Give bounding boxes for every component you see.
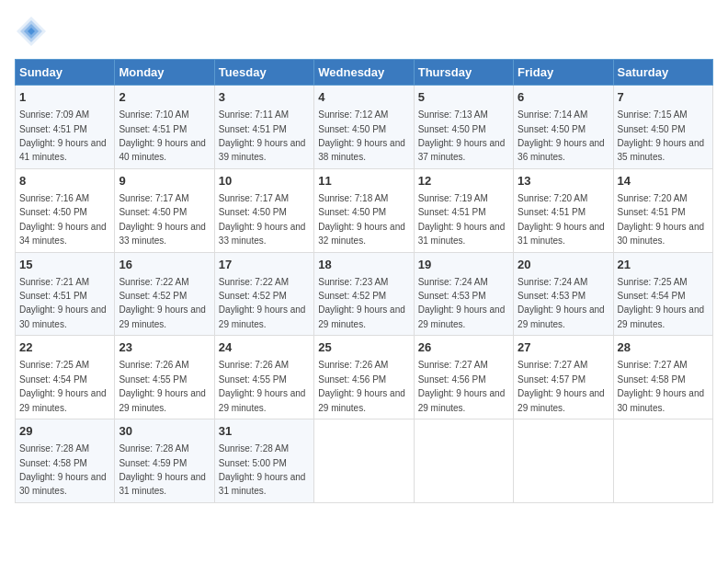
calendar-table: SundayMondayTuesdayWednesdayThursdayFrid… <box>15 59 713 503</box>
calendar-cell: 9Sunrise: 7:17 AMSunset: 4:50 PMDaylight… <box>115 168 214 252</box>
day-number: 31 <box>219 423 310 440</box>
day-number: 8 <box>19 173 110 190</box>
calendar-cell: 30Sunrise: 7:28 AMSunset: 4:59 PMDayligh… <box>115 419 214 503</box>
calendar-cell: 5Sunrise: 7:13 AMSunset: 4:50 PMDaylight… <box>414 86 513 169</box>
calendar-cell: 12Sunrise: 7:19 AMSunset: 4:51 PMDayligh… <box>414 168 513 252</box>
calendar-cell: 28Sunrise: 7:27 AMSunset: 4:58 PMDayligh… <box>613 336 712 419</box>
day-number: 20 <box>518 257 609 273</box>
calendar-cell <box>514 419 613 503</box>
day-info: Sunrise: 7:26 AMSunset: 4:55 PMDaylight:… <box>119 360 206 412</box>
header-row: SundayMondayTuesdayWednesdayThursdayFrid… <box>16 60 713 86</box>
calendar-cell: 19Sunrise: 7:24 AMSunset: 4:53 PMDayligh… <box>414 252 513 336</box>
calendar-cell: 27Sunrise: 7:27 AMSunset: 4:57 PMDayligh… <box>514 336 613 419</box>
day-number: 19 <box>418 257 509 273</box>
calendar-cell: 24Sunrise: 7:26 AMSunset: 4:55 PMDayligh… <box>214 336 313 419</box>
calendar-week-row: 1Sunrise: 7:09 AMSunset: 4:51 PMDaylight… <box>16 86 713 169</box>
day-info: Sunrise: 7:28 AMSunset: 4:58 PMDaylight:… <box>19 443 107 496</box>
day-info: Sunrise: 7:23 AMSunset: 4:52 PMDaylight:… <box>318 277 405 329</box>
day-info: Sunrise: 7:26 AMSunset: 4:55 PMDaylight:… <box>219 360 306 412</box>
day-number: 18 <box>318 257 409 273</box>
day-number: 10 <box>219 173 310 190</box>
day-info: Sunrise: 7:27 AMSunset: 4:58 PMDaylight:… <box>618 360 705 412</box>
calendar-cell: 3Sunrise: 7:11 AMSunset: 4:51 PMDaylight… <box>214 86 313 169</box>
day-info: Sunrise: 7:25 AMSunset: 4:54 PMDaylight:… <box>618 277 705 329</box>
calendar-cell: 8Sunrise: 7:16 AMSunset: 4:50 PMDaylight… <box>16 168 115 252</box>
calendar-week-row: 22Sunrise: 7:25 AMSunset: 4:54 PMDayligh… <box>16 336 713 419</box>
calendar-cell: 29Sunrise: 7:28 AMSunset: 4:58 PMDayligh… <box>16 419 115 503</box>
day-info: Sunrise: 7:22 AMSunset: 4:52 PMDaylight:… <box>119 277 206 329</box>
day-info: Sunrise: 7:27 AMSunset: 4:56 PMDaylight:… <box>418 360 506 412</box>
calendar-week-row: 8Sunrise: 7:16 AMSunset: 4:50 PMDaylight… <box>16 168 713 252</box>
day-number: 11 <box>318 173 409 190</box>
calendar-cell: 17Sunrise: 7:22 AMSunset: 4:52 PMDayligh… <box>214 252 313 336</box>
calendar-cell <box>414 419 513 503</box>
day-number: 6 <box>518 89 609 106</box>
day-info: Sunrise: 7:28 AMSunset: 5:00 PMDaylight:… <box>219 443 306 496</box>
calendar-cell: 2Sunrise: 7:10 AMSunset: 4:51 PMDaylight… <box>115 86 214 169</box>
calendar-cell: 22Sunrise: 7:25 AMSunset: 4:54 PMDayligh… <box>16 336 115 419</box>
calendar-cell: 21Sunrise: 7:25 AMSunset: 4:54 PMDayligh… <box>613 252 712 336</box>
day-info: Sunrise: 7:25 AMSunset: 4:54 PMDaylight:… <box>19 360 107 412</box>
day-number: 13 <box>518 173 609 190</box>
day-number: 22 <box>19 339 110 356</box>
day-number: 24 <box>219 339 310 356</box>
day-number: 21 <box>618 257 709 273</box>
calendar-cell: 10Sunrise: 7:17 AMSunset: 4:50 PMDayligh… <box>214 168 313 252</box>
day-number: 9 <box>119 173 210 190</box>
day-number: 17 <box>219 257 310 273</box>
page-header <box>15 15 713 48</box>
day-number: 30 <box>119 423 210 440</box>
calendar-cell: 25Sunrise: 7:26 AMSunset: 4:56 PMDayligh… <box>314 336 414 419</box>
calendar-cell: 11Sunrise: 7:18 AMSunset: 4:50 PMDayligh… <box>314 168 414 252</box>
day-info: Sunrise: 7:09 AMSunset: 4:51 PMDaylight:… <box>19 109 107 162</box>
calendar-cell: 15Sunrise: 7:21 AMSunset: 4:51 PMDayligh… <box>16 252 115 336</box>
day-info: Sunrise: 7:22 AMSunset: 4:52 PMDaylight:… <box>219 277 306 329</box>
day-number: 4 <box>318 89 409 106</box>
day-info: Sunrise: 7:24 AMSunset: 4:53 PMDaylight:… <box>418 277 506 329</box>
day-info: Sunrise: 7:20 AMSunset: 4:51 PMDaylight:… <box>618 193 705 246</box>
calendar-cell: 14Sunrise: 7:20 AMSunset: 4:51 PMDayligh… <box>613 168 712 252</box>
day-info: Sunrise: 7:28 AMSunset: 4:59 PMDaylight:… <box>119 443 206 496</box>
day-info: Sunrise: 7:24 AMSunset: 4:53 PMDaylight:… <box>518 277 605 329</box>
day-number: 29 <box>19 423 110 440</box>
day-info: Sunrise: 7:17 AMSunset: 4:50 PMDaylight:… <box>119 193 206 246</box>
day-number: 12 <box>418 173 509 190</box>
day-number: 15 <box>19 257 110 273</box>
calendar-cell: 13Sunrise: 7:20 AMSunset: 4:51 PMDayligh… <box>514 168 613 252</box>
day-info: Sunrise: 7:11 AMSunset: 4:51 PMDaylight:… <box>219 109 306 162</box>
calendar-cell: 18Sunrise: 7:23 AMSunset: 4:52 PMDayligh… <box>314 252 414 336</box>
day-info: Sunrise: 7:17 AMSunset: 4:50 PMDaylight:… <box>219 193 306 246</box>
day-number: 14 <box>618 173 709 190</box>
day-info: Sunrise: 7:15 AMSunset: 4:50 PMDaylight:… <box>618 109 705 162</box>
day-info: Sunrise: 7:18 AMSunset: 4:50 PMDaylight:… <box>318 193 405 246</box>
day-info: Sunrise: 7:27 AMSunset: 4:57 PMDaylight:… <box>518 360 605 412</box>
calendar-body: 1Sunrise: 7:09 AMSunset: 4:51 PMDaylight… <box>16 86 713 503</box>
day-info: Sunrise: 7:21 AMSunset: 4:51 PMDaylight:… <box>19 277 107 329</box>
header-day: Wednesday <box>314 60 414 86</box>
calendar-cell: 16Sunrise: 7:22 AMSunset: 4:52 PMDayligh… <box>115 252 214 336</box>
calendar-cell: 1Sunrise: 7:09 AMSunset: 4:51 PMDaylight… <box>16 86 115 169</box>
day-number: 7 <box>618 89 709 106</box>
day-info: Sunrise: 7:26 AMSunset: 4:56 PMDaylight:… <box>318 360 405 412</box>
calendar-cell: 7Sunrise: 7:15 AMSunset: 4:50 PMDaylight… <box>613 86 712 169</box>
calendar-cell <box>314 419 414 503</box>
day-info: Sunrise: 7:14 AMSunset: 4:50 PMDaylight:… <box>518 109 605 162</box>
calendar-week-row: 29Sunrise: 7:28 AMSunset: 4:58 PMDayligh… <box>16 419 713 503</box>
calendar-cell: 31Sunrise: 7:28 AMSunset: 5:00 PMDayligh… <box>214 419 313 503</box>
day-number: 16 <box>119 257 210 273</box>
calendar-cell: 20Sunrise: 7:24 AMSunset: 4:53 PMDayligh… <box>514 252 613 336</box>
day-number: 2 <box>119 89 210 106</box>
day-info: Sunrise: 7:12 AMSunset: 4:50 PMDaylight:… <box>318 109 405 162</box>
header-day: Tuesday <box>214 60 313 86</box>
header-day: Monday <box>115 60 214 86</box>
day-number: 26 <box>418 339 509 356</box>
calendar-cell: 23Sunrise: 7:26 AMSunset: 4:55 PMDayligh… <box>115 336 214 419</box>
day-info: Sunrise: 7:20 AMSunset: 4:51 PMDaylight:… <box>518 193 605 246</box>
day-number: 1 <box>19 89 110 106</box>
day-number: 28 <box>618 339 709 356</box>
day-number: 5 <box>418 89 509 106</box>
header-day: Thursday <box>414 60 513 86</box>
logo <box>15 15 51 48</box>
logo-icon <box>15 15 48 48</box>
day-info: Sunrise: 7:16 AMSunset: 4:50 PMDaylight:… <box>19 193 107 246</box>
